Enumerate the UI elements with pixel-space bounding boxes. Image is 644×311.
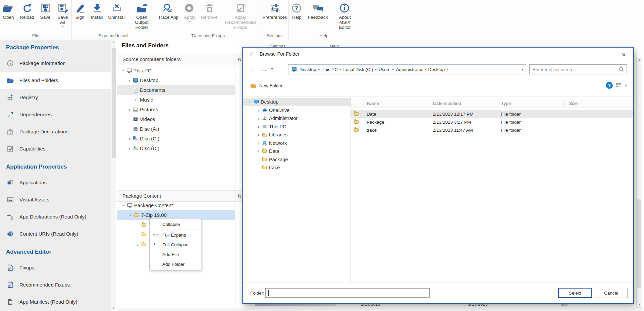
sidebar-item-files-and-folders[interactable]: Files and Folders bbox=[0, 72, 111, 89]
scrollbar-thumb[interactable] bbox=[112, 48, 116, 158]
ribbon-button-open-output-folder[interactable]: Open Output Folder bbox=[128, 2, 155, 30]
sidebar-item-package-information[interactable]: Package Information bbox=[0, 55, 111, 72]
chevron-closed-icon[interactable]: › bbox=[127, 136, 132, 141]
new-folder-button[interactable]: New Folder bbox=[250, 82, 282, 89]
tree-item-desktop[interactable]: ›Desktop bbox=[243, 98, 351, 106]
column-header-name[interactable]: Name bbox=[363, 99, 429, 108]
ribbon-button-open[interactable]: Open bbox=[0, 2, 17, 20]
ribbon-button-sign[interactable]: Sign bbox=[72, 2, 88, 20]
breadcrumb-item-this-pc[interactable]: This PC bbox=[320, 67, 340, 72]
tree-item-package-content[interactable]: ›Package Content bbox=[117, 200, 235, 210]
breadcrumb-item-local-disk-c[interactable]: Local Disk (C:) bbox=[341, 67, 375, 72]
breadcrumb-item-administrator[interactable]: Administrator bbox=[394, 67, 425, 72]
scroll-down-icon[interactable]: ▼ bbox=[111, 307, 116, 310]
search-input[interactable] bbox=[530, 67, 619, 72]
sidebar-item-applications[interactable]: Applications bbox=[0, 174, 111, 191]
tree-item-disc-c[interactable]: ›Disc (C:) bbox=[117, 134, 235, 143]
ribbon-button-install[interactable]: Install bbox=[89, 2, 105, 20]
nav-forward-icon[interactable]: → bbox=[258, 66, 264, 73]
ribbon-button-about-msix-editor[interactable]: About MSIX Editor bbox=[331, 2, 359, 30]
chevron-open-icon[interactable]: › bbox=[248, 100, 253, 105]
scroll-down-icon[interactable]: ▼ bbox=[637, 303, 642, 306]
menu-item-collapse[interactable]: Collapse bbox=[150, 220, 201, 229]
tree-item-libraries[interactable]: ›Libraries bbox=[243, 131, 351, 139]
menu-item-add-folder[interactable]: Add Folder bbox=[150, 259, 201, 269]
list-row-package[interactable]: Package2/13/2023 3:27 PMFile folder bbox=[351, 118, 633, 126]
ribbon-button-save[interactable]: Save bbox=[37, 2, 53, 20]
scroll-up-icon[interactable]: ▲ bbox=[637, 58, 642, 61]
breadcrumb-separator-icon[interactable]: ▸ bbox=[447, 68, 448, 71]
dropdown-chevron-icon[interactable]: ▾ bbox=[62, 25, 64, 28]
nav-up-icon[interactable]: ↑ bbox=[271, 66, 274, 73]
scrollbar-thumb[interactable] bbox=[637, 199, 641, 288]
tree-item-trace[interactable]: ›trace bbox=[243, 164, 351, 172]
ribbon-button-trace-app[interactable]: Trace App bbox=[156, 2, 181, 20]
dropdown-chevron-icon[interactable]: ▾ bbox=[189, 20, 191, 23]
ribbon-button-reload[interactable]: Reload bbox=[17, 2, 37, 20]
chevron-closed-icon[interactable]: › bbox=[256, 132, 261, 137]
menu-item-full-expand[interactable]: Full Expand bbox=[150, 230, 201, 240]
sidebar-item-dependencies[interactable]: Dependencies bbox=[0, 106, 111, 123]
scroll-up-icon[interactable]: ▲ bbox=[111, 41, 116, 44]
tree-item-disc-a[interactable]: ›Disc (A:) bbox=[117, 124, 235, 134]
chevron-closed-icon[interactable]: › bbox=[256, 116, 261, 121]
tree-item-package[interactable]: ›Package bbox=[243, 156, 351, 164]
column-header-type[interactable]: Type bbox=[497, 99, 565, 108]
ribbon-button-feedback[interactable]: Feedback bbox=[306, 2, 330, 20]
dialog-titlebar[interactable]: Browse For Folder ✕ bbox=[243, 48, 633, 61]
chevron-open-icon[interactable]: › bbox=[128, 212, 133, 217]
ribbon-button-preferences[interactable]: Preferences bbox=[260, 2, 289, 20]
tree-item-pictures[interactable]: ›Pictures bbox=[117, 105, 235, 114]
tree-item-documents[interactable]: ›Documents bbox=[117, 85, 235, 95]
ribbon-button-save-as[interactable]: Save As▾ bbox=[54, 2, 71, 28]
help-icon[interactable]: ? bbox=[606, 82, 613, 89]
chevron-closed-icon[interactable]: › bbox=[256, 149, 261, 153]
chevron-open-icon[interactable]: › bbox=[121, 203, 126, 208]
background-scrollbar[interactable]: ▲ ▼ bbox=[636, 57, 642, 308]
ribbon-button-apply[interactable]: Apply▾ bbox=[181, 2, 198, 23]
chevron-closed-icon[interactable]: › bbox=[256, 124, 261, 129]
sidebar-item-capabilities[interactable]: Capabilities bbox=[0, 140, 111, 157]
chevron-closed-icon[interactable]: › bbox=[135, 242, 140, 247]
tree-item-music[interactable]: ›♪Music bbox=[117, 95, 235, 105]
chevron-closed-icon[interactable]: › bbox=[256, 141, 261, 145]
ribbon-button-uninstall[interactable]: Uninstall bbox=[106, 2, 128, 20]
breadcrumb-item-users[interactable]: Users bbox=[377, 67, 392, 72]
sidebar-item-recommended-fixups[interactable]: Recommended Fixups bbox=[0, 276, 111, 293]
tree-item-videos[interactable]: ›Videos bbox=[117, 114, 235, 124]
breadcrumb-item-desktop[interactable]: Desktop bbox=[298, 67, 318, 72]
sidebar-scrollbar[interactable]: ▲ ▼ bbox=[111, 40, 116, 311]
cancel-button[interactable]: Cancel bbox=[595, 288, 628, 298]
sidebar-item-app-manifest-read-only[interactable]: App Manifest (Read Only) bbox=[0, 293, 111, 310]
column-header-date-modified[interactable]: Date modified bbox=[429, 99, 497, 108]
tree-item-data[interactable]: ›Data bbox=[243, 147, 351, 156]
chevron-open-icon[interactable]: › bbox=[121, 68, 125, 73]
tree-item-this-pc[interactable]: ›This PC bbox=[243, 123, 351, 131]
chevron-closed-icon[interactable]: › bbox=[127, 146, 132, 151]
tree-item-this-pc[interactable]: ›This PC bbox=[117, 66, 235, 75]
menu-item-add-file[interactable]: Add File bbox=[150, 250, 201, 259]
list-row-trace[interactable]: trace2/13/2023 11:47 AMFile folder bbox=[351, 126, 633, 134]
tree-item-disc-d[interactable]: ›Disc (D:) bbox=[117, 143, 235, 153]
menu-item-full-collapse[interactable]: Full Collapse bbox=[150, 240, 201, 250]
ribbon-button-apply-recommended-fixups[interactable]: Apply Recommended Fixups bbox=[221, 2, 260, 30]
nav-back-icon[interactable]: ← bbox=[249, 66, 255, 73]
sidebar-item-registry[interactable]: Registry bbox=[0, 89, 111, 106]
close-icon[interactable]: ✕ bbox=[620, 51, 628, 59]
breadcrumb-dropdown-icon[interactable]: ▾ bbox=[522, 68, 523, 71]
list-row-data[interactable]: Data2/13/2023 12:17 PMFile folder bbox=[351, 110, 633, 118]
select-button[interactable]: Select bbox=[558, 288, 592, 298]
sidebar-item-visual-assets[interactable]: Visual Assets bbox=[0, 191, 111, 208]
tree-item-onedrive[interactable]: ›OneDrive bbox=[243, 106, 351, 115]
sidebar-item-package-declarations[interactable]: Package Declarations bbox=[0, 123, 111, 140]
chevron-closed-icon[interactable]: › bbox=[256, 108, 261, 113]
history-chevron-icon[interactable]: ▾ bbox=[265, 69, 267, 72]
tree-item-desktop[interactable]: ›Desktop bbox=[117, 75, 235, 85]
chevron-closed-icon[interactable]: › bbox=[127, 107, 132, 112]
sidebar-item-content-uris-read-only[interactable]: Content URIs (Read Only) bbox=[0, 225, 111, 242]
tree-item-administrator[interactable]: ›Administrator bbox=[243, 114, 351, 123]
column-header-size[interactable]: Size bbox=[565, 99, 634, 108]
chevron-closed-icon[interactable]: › bbox=[127, 78, 132, 83]
breadcrumb-item-desktop[interactable]: Desktop bbox=[426, 67, 447, 72]
view-mode-icon[interactable] bbox=[616, 82, 621, 88]
